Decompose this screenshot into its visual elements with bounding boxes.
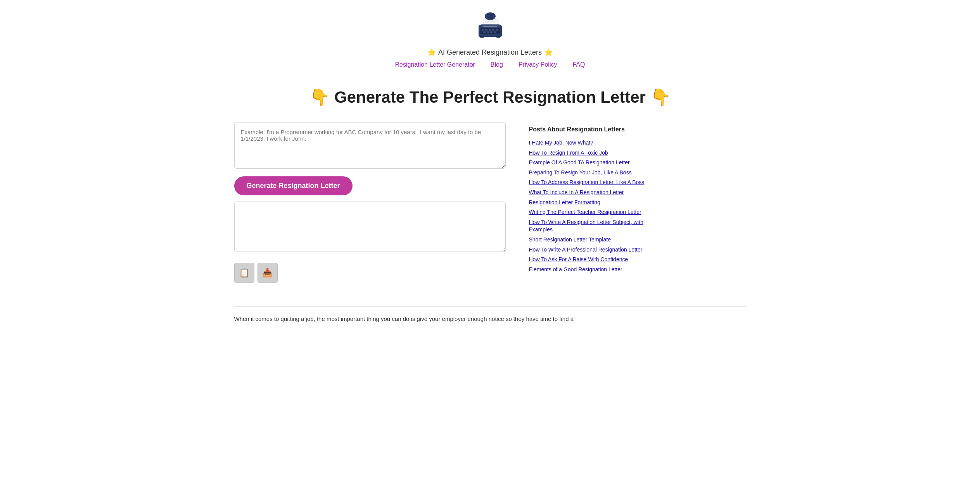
sidebar-link-4[interactable]: How To Address Resignation Letter, Like … (529, 179, 653, 186)
hero-title: 👇 Generate The Perfect Resignation Lette… (234, 88, 746, 107)
sidebar-link-2[interactable]: Example Of A Good TA Resignation Letter (529, 159, 653, 167)
sidebar-link-8[interactable]: How To Write A Resignation Letter Subjec… (529, 219, 653, 234)
hero-title-text: Generate The Perfect Resignation Letter (334, 88, 646, 106)
svg-rect-3 (485, 29, 487, 31)
header: ⭐ AI Generated Resignation Letters ⭐ Res… (234, 0, 746, 76)
sidebar-title: Posts About Resignation Letters (529, 126, 653, 133)
sidebar-link-10[interactable]: How To Write A Professional Resignation … (529, 246, 653, 254)
nav-link-privacy[interactable]: Privacy Policy (519, 61, 557, 68)
left-section: Generate Resignation Letter 📋 📥 (234, 122, 506, 283)
logo-container (475, 12, 506, 44)
site-title: ⭐ AI Generated Resignation Letters ⭐ (427, 48, 553, 57)
svg-rect-1 (480, 28, 500, 34)
svg-rect-10 (494, 31, 496, 33)
sidebar-link-6[interactable]: Resignation Letter Formatting (529, 199, 653, 207)
svg-rect-6 (496, 29, 498, 31)
svg-rect-2 (482, 29, 484, 31)
input-textarea[interactable] (234, 122, 506, 169)
sidebar-link-12[interactable]: Elements of a Good Resignation Letter (529, 266, 653, 274)
download-icon: 📥 (262, 268, 273, 278)
main-nav: Resignation Letter Generator Blog Privac… (395, 61, 585, 68)
action-buttons: 📋 📥 (234, 263, 506, 283)
output-textarea[interactable] (234, 202, 506, 252)
sidebar-link-5[interactable]: What To Include In A Resignation Letter (529, 189, 653, 197)
svg-rect-5 (492, 29, 494, 31)
site-title-text: AI Generated Resignation Letters (438, 48, 542, 57)
bottom-divider (234, 306, 746, 307)
copy-icon: 📋 (239, 268, 249, 278)
sidebar-links: I Hate My Job, Now What? How To Resign F… (529, 139, 653, 273)
svg-rect-19 (480, 24, 500, 26)
svg-rect-4 (489, 29, 491, 31)
sidebar-link-7[interactable]: Writing The Perfect Teacher Resignation … (529, 209, 653, 216)
download-button[interactable]: 📥 (258, 263, 278, 283)
nav-link-blog[interactable]: Blog (491, 61, 503, 68)
svg-rect-20 (480, 36, 484, 38)
sidebar-link-11[interactable]: How To Ask For A Raise With Confidence (529, 256, 653, 264)
pointing-left-icon: 👇 (309, 88, 330, 106)
generate-button[interactable]: Generate Resignation Letter (234, 176, 353, 195)
sidebar-link-0[interactable]: I Hate My Job, Now What? (529, 139, 653, 147)
svg-rect-8 (487, 31, 489, 33)
nav-link-faq[interactable]: FAQ (572, 61, 585, 68)
copy-button[interactable]: 📋 (234, 263, 254, 283)
svg-rect-21 (496, 36, 500, 38)
main-content: Generate Resignation Letter 📋 📥 Posts Ab… (234, 114, 746, 298)
pointing-right-icon: 👇 (650, 88, 671, 106)
star-left-icon: ⭐ (427, 48, 436, 57)
sidebar-link-3[interactable]: Preparing To Resign Your Job, Like A Bos… (529, 169, 653, 177)
logo-icon (475, 12, 506, 43)
hero-section: 👇 Generate The Perfect Resignation Lette… (234, 76, 746, 114)
sidebar-link-9[interactable]: Short Resignation Letter Template (529, 236, 653, 244)
bottom-text: When it comes to quitting a job, the mos… (234, 314, 746, 324)
nav-link-generator[interactable]: Resignation Letter Generator (395, 61, 475, 68)
svg-rect-9 (490, 31, 493, 33)
right-sidebar: Posts About Resignation Letters I Hate M… (529, 122, 653, 273)
sidebar-link-1[interactable]: How To Resign From A Toxic Job (529, 149, 653, 157)
svg-rect-7 (483, 31, 486, 33)
star-right-icon: ⭐ (544, 48, 553, 57)
